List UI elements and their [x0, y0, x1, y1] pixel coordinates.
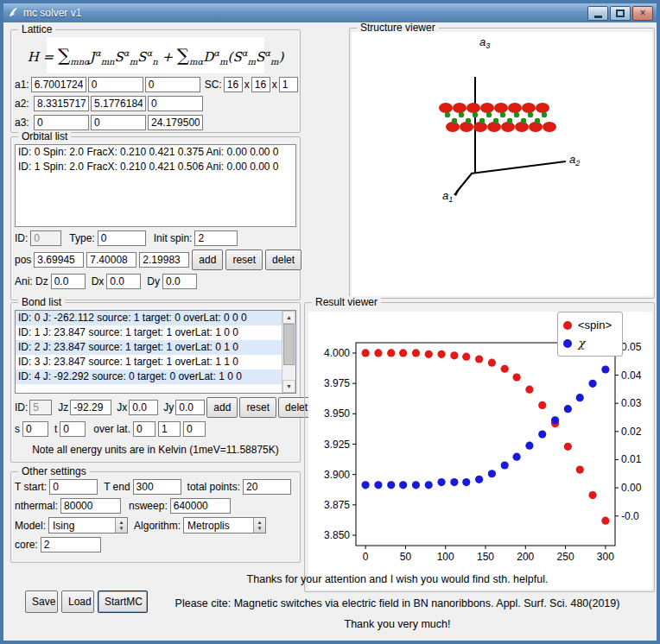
ani-dx-label: Dx [92, 275, 105, 287]
jy-input[interactable] [175, 400, 205, 415]
svg-text:3.850: 3.850 [324, 529, 350, 541]
jz-input[interactable] [70, 400, 111, 415]
total-points-input[interactable] [243, 479, 291, 495]
nthermal-input[interactable] [60, 498, 121, 514]
bond-reset-button[interactable]: reset [239, 397, 276, 418]
legend-marker-icon [563, 321, 572, 330]
algorithm-select[interactable]: Metroplis ▲▼ [183, 517, 266, 534]
legend-marker-icon [563, 339, 572, 348]
ani-dz-input[interactable] [51, 274, 86, 289]
orbital-add-button[interactable]: add [192, 249, 223, 270]
save-button[interactable]: Save [25, 590, 58, 613]
a2-y-input[interactable] [91, 96, 146, 111]
minimize-button[interactable] [587, 6, 608, 21]
spinner-arrows-icon[interactable]: ▲▼ [253, 518, 265, 533]
overlat-a-input[interactable] [133, 421, 155, 437]
svg-text:0.03: 0.03 [621, 397, 642, 409]
svg-text:3.975: 3.975 [324, 377, 350, 389]
a2-x-input[interactable] [34, 96, 89, 111]
a1-y-input[interactable] [88, 77, 143, 92]
bond-list-item[interactable]: ID: 2 J: 23.847 source: 1 target: 1 over… [16, 340, 282, 355]
bond-list-scrollbar[interactable]: ▲ ▼ [282, 311, 295, 393]
svg-text:0.00: 0.00 [621, 482, 642, 494]
svg-text:50: 50 [400, 551, 412, 563]
algorithm-value: Metroplis [184, 520, 253, 532]
load-button[interactable]: Load [61, 590, 94, 613]
target-input[interactable] [60, 421, 86, 437]
t-end-input[interactable] [133, 479, 181, 495]
lattice-group-title: Lattice [18, 23, 55, 35]
bond-list: ID: 0 J: -262.112 source: 1 target: 0 ov… [15, 310, 296, 394]
sc-y-input[interactable] [251, 77, 270, 92]
orbital-type-input[interactable] [98, 230, 146, 246]
nsweep-input[interactable] [170, 498, 231, 514]
overlat-b-input[interactable] [158, 421, 181, 437]
t-start-label: T start: [15, 481, 47, 493]
thankyou-text: Thank you very much! [142, 618, 653, 630]
overlat-label: over lat. [93, 423, 130, 435]
window-title: mc solver v1 [23, 7, 81, 19]
ani-dy-input[interactable] [162, 274, 197, 289]
jx-input[interactable] [129, 400, 158, 415]
result-chart-canvas: 0501001502002503004.0003.9753.9503.9253.… [308, 312, 652, 590]
sc-label: SC: [205, 79, 222, 91]
a2-z-input[interactable] [148, 96, 203, 111]
app-icon [7, 6, 19, 21]
maximize-button[interactable] [610, 6, 631, 21]
svg-text:300: 300 [597, 551, 614, 563]
pos-x-input[interactable] [34, 252, 84, 268]
startmc-button[interactable]: StartMC [98, 590, 148, 613]
legend-label: <spin> [578, 319, 612, 331]
sc-x-input[interactable] [224, 77, 243, 92]
energy-units-note: Note all energy units are in Kelvin (1me… [11, 444, 300, 456]
core-input[interactable] [41, 537, 101, 552]
init-spin-input[interactable] [194, 230, 238, 246]
bond-list-item[interactable]: ID: 1 J: 23.847 source: 1 target: 1 over… [16, 325, 282, 340]
bond-list-group: Bond list ID: 0 J: -262.112 source: 1 ta… [10, 302, 301, 463]
bond-list-item[interactable]: ID: 4 J: -92.292 source: 0 target: 0 ove… [16, 369, 282, 384]
legend-label: χ [578, 337, 585, 350]
svg-text:0.04: 0.04 [621, 369, 642, 382]
algorithm-label: Algorithm: [134, 520, 181, 532]
scroll-up-icon[interactable]: ▲ [282, 311, 295, 324]
sc-z-input[interactable] [279, 77, 298, 92]
a3-y-input[interactable] [91, 115, 146, 130]
overlat-c-input[interactable] [183, 421, 206, 437]
orbital-reset-button[interactable]: reset [225, 249, 263, 270]
title-bar[interactable]: mc solver v1 × [3, 3, 657, 22]
legend-item: <spin> [563, 316, 617, 334]
source-input[interactable] [22, 421, 48, 437]
bond-list-item[interactable]: ID: 3 J: 23.847 source: 1 target: 1 over… [16, 355, 282, 369]
spinner-arrows-icon[interactable]: ▲▼ [115, 518, 127, 533]
svg-text:0.05: 0.05 [621, 341, 642, 353]
svg-text:0.02: 0.02 [621, 426, 642, 438]
model-label: Model: [15, 520, 46, 532]
svg-text:150: 150 [477, 551, 494, 563]
structure-viewer-group: Structure viewer a3a2a1 [349, 28, 655, 299]
a1-x-input[interactable] [31, 77, 86, 92]
svg-text:-0.0: -0.0 [621, 510, 639, 522]
orbital-list-item[interactable]: ID: 0 Spin: 2.0 FracX: 0.210 0.421 0.375… [16, 145, 295, 160]
model-select[interactable]: Ising ▲▼ [48, 517, 128, 534]
t-start-input[interactable] [49, 479, 98, 495]
t-end-label: T end [104, 481, 130, 493]
lattice-group: Lattice H = ∑mnαJαmnSαmSαn + ∑mαDαm(SαmS… [10, 29, 301, 133]
scroll-down-icon[interactable]: ▼ [282, 380, 295, 393]
structure-plot: a3a2a1 [352, 32, 652, 296]
pos-z-input[interactable] [139, 252, 189, 268]
a3-x-input[interactable] [34, 115, 89, 130]
a3-label: a3: [15, 117, 32, 129]
scrollbar-thumb[interactable] [283, 324, 295, 365]
ani-dx-input[interactable] [106, 274, 141, 289]
orbital-list-item[interactable]: ID: 1 Spin: 2.0 FracX: 0.210 0.421 0.506… [16, 160, 295, 174]
bond-list-item[interactable]: ID: 0 J: -262.112 source: 1 target: 0 ov… [16, 311, 282, 325]
svg-text:0: 0 [363, 551, 369, 563]
total-points-label: total points: [187, 481, 240, 493]
bond-add-button[interactable]: add [206, 397, 238, 418]
pos-y-input[interactable] [86, 252, 136, 268]
orbital-list: ID: 0 Spin: 2.0 FracX: 0.210 0.421 0.375… [15, 144, 296, 227]
a3-z-input[interactable] [148, 115, 203, 130]
close-button[interactable]: × [632, 6, 653, 21]
a1-z-input[interactable] [145, 77, 200, 92]
orbital-delete-button[interactable]: delet [265, 249, 301, 270]
